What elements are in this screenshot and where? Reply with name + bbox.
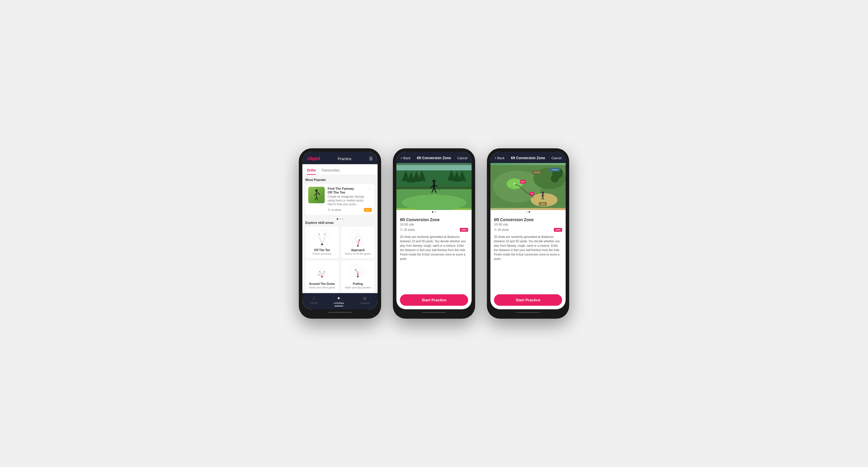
- img-dot-2: [435, 211, 436, 213]
- putting-diagram-icon: [349, 263, 367, 281]
- golf-photo-svg: [396, 163, 472, 210]
- carousel-dots: [305, 217, 375, 221]
- phone1-header: clippd Practice ☰: [302, 152, 378, 164]
- phone3-back-button[interactable]: < Back: [495, 156, 504, 160]
- svg-point-13: [318, 234, 320, 235]
- nav-activities[interactable]: ✦ Activities: [334, 296, 344, 306]
- drill-meta: ⏱ 10 shots OTT: [328, 208, 372, 212]
- atg-desc: Hone your short game: [309, 286, 335, 289]
- cancel-button[interactable]: Cancel: [458, 156, 467, 160]
- capture-label: Capture: [360, 302, 370, 305]
- map-dot-2: [529, 211, 530, 213]
- map-dots: [490, 210, 566, 214]
- ott-tag: OTT: [364, 208, 372, 212]
- nav-capture[interactable]: ⊕ Capture: [360, 296, 370, 306]
- back-button[interactable]: < Back: [401, 156, 410, 160]
- app-logo: clippd: [307, 156, 320, 161]
- approach-icon: [349, 230, 367, 247]
- approach-desc: Dial-in to hit the green: [345, 252, 371, 255]
- dot-1: [337, 218, 338, 220]
- skill-card-atg[interactable]: Around The Green Hone your short game: [305, 261, 339, 292]
- phone2-header: < Back 6ft Conversion Zone Cancel: [396, 152, 472, 163]
- activities-icon: ✦: [337, 296, 341, 301]
- home-indicator-3: [490, 309, 566, 315]
- svg-line-2: [314, 194, 316, 196]
- svg-line-6: [318, 193, 320, 195]
- img-dot-1: [432, 211, 433, 213]
- capture-icon: ⊕: [363, 296, 367, 301]
- phone2-body: 6ft Conversion Zone 10-50 yds ⏱ 20 shots…: [396, 214, 472, 291]
- phone-3: < Back 6ft Conversion Zone Cancel: [487, 148, 569, 319]
- course-map-svg: Miss Hit FAIRWAY: [490, 163, 566, 210]
- arg-tag: ARG: [460, 228, 468, 232]
- svg-line-5: [316, 197, 318, 200]
- svg-point-73: [542, 192, 544, 194]
- skill-grid: Off The Tee Power accuracy: [305, 227, 375, 292]
- svg-text:FAIRWAY: FAIRWAY: [551, 169, 558, 171]
- drill-info: Find The Fairway Off The Tee Create an i…: [328, 187, 372, 212]
- phones-container: clippd Practice ☰ Drills Favourites Most…: [299, 148, 569, 319]
- phone3-body: 6ft Conversion Zone 10-50 yds ⏱ 20 shots…: [490, 214, 566, 291]
- home-label: Home: [310, 301, 317, 304]
- svg-point-25: [321, 273, 323, 275]
- svg-text:ROUGH: ROUGH: [534, 171, 540, 173]
- putting-name: Putting: [353, 282, 363, 286]
- svg-point-0: [315, 190, 318, 192]
- most-popular-label: Most Popular: [305, 178, 375, 181]
- map-dot-1: [526, 211, 527, 213]
- dot-3: [342, 218, 343, 220]
- svg-text:SAND: SAND: [541, 203, 545, 205]
- atg-diagram-icon: [313, 263, 331, 281]
- phone3-drill-range: 10-50 yds: [494, 223, 562, 226]
- explore-label: Explore skill areas: [305, 221, 375, 224]
- phone3-shots-row: ⏱ 20 shots ARG: [494, 228, 562, 232]
- svg-point-19: [359, 239, 360, 240]
- phone3-drill-description: 20 shots are randomly generated at dista…: [494, 235, 562, 261]
- shots-row: ⏱ 20 shots ARG: [400, 228, 468, 232]
- nav-home[interactable]: ⌂ Home: [310, 296, 317, 306]
- atg-icon: [313, 263, 331, 281]
- skill-card-approach[interactable]: Approach Dial-in to hit the green: [341, 227, 375, 258]
- phone2-title: 6ft Conversion Zone: [417, 156, 451, 160]
- featured-drill-card[interactable]: Find The Fairway Off The Tee Create an i…: [305, 184, 375, 215]
- tab-drills[interactable]: Drills: [307, 167, 316, 175]
- phone-1-screen: clippd Practice ☰ Drills Favourites Most…: [302, 152, 378, 309]
- phone1-content: Most Popular: [302, 175, 378, 293]
- phone-2-screen: < Back 6ft Conversion Zone Cancel: [396, 152, 472, 309]
- svg-point-14: [324, 234, 326, 235]
- tab-favourites[interactable]: Favourites: [322, 167, 340, 175]
- phone3-drill-title: 6ft Conversion Zone: [494, 218, 562, 222]
- drill-category: Off The Tee: [328, 191, 372, 194]
- svg-point-22: [357, 245, 359, 247]
- phone3-arg-tag: ARG: [554, 228, 562, 232]
- skill-card-ott[interactable]: Off The Tee Power accuracy: [305, 227, 339, 258]
- menu-icon[interactable]: ☰: [369, 156, 373, 161]
- active-indicator: [334, 306, 343, 306]
- skill-card-putting[interactable]: Putting Make and lag practice: [341, 261, 375, 292]
- course-map: Miss Hit FAIRWAY: [490, 163, 566, 210]
- svg-line-20: [356, 241, 358, 246]
- phone-1: clippd Practice ☰ Drills Favourites Most…: [299, 148, 381, 319]
- home-bar-2: [422, 312, 446, 313]
- phone3-header: < Back 6ft Conversion Zone Cancel: [490, 152, 566, 163]
- approach-diagram-icon: [349, 230, 367, 247]
- phone-3-screen: < Back 6ft Conversion Zone Cancel: [490, 152, 566, 309]
- activities-label: Activities: [334, 302, 344, 305]
- ott-name: Off The Tee: [314, 248, 330, 252]
- ott-icon: [313, 230, 331, 247]
- home-indicator-2: [396, 309, 472, 315]
- phone3-start-practice-button[interactable]: Start Practice: [494, 294, 562, 306]
- bottom-nav: ⌂ Home ✦ Activities ⊕ Capture: [302, 293, 378, 309]
- home-bar-1: [328, 312, 352, 313]
- drill-thumbnail: [308, 187, 325, 203]
- timer-icon: ⏱: [400, 228, 403, 231]
- phone3-shots-count: ⏱ 20 shots: [494, 228, 509, 231]
- phone3-cancel-button[interactable]: Cancel: [552, 156, 561, 160]
- svg-point-54: [433, 179, 436, 183]
- home-indicator-1: [302, 309, 378, 315]
- drill-title: 6ft Conversion Zone: [400, 218, 468, 222]
- drill-image-preview: [308, 187, 325, 203]
- phone3-timer-icon: ⏱: [494, 228, 497, 231]
- start-practice-button[interactable]: Start Practice: [400, 294, 468, 306]
- favourite-star[interactable]: ☆: [369, 187, 372, 191]
